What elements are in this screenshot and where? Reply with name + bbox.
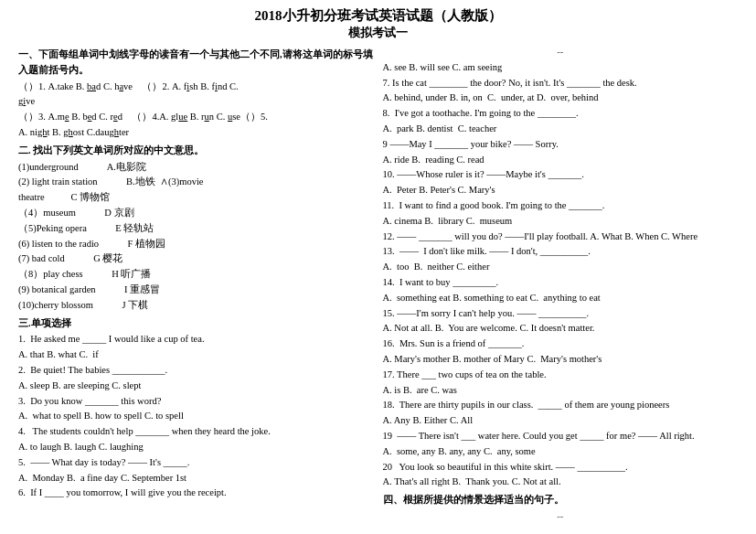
- r-11: 11. I want to find a good book. I'm goin…: [383, 198, 739, 214]
- main-content: 一、下面每组单词中划线字母的读音有一个与其他二个不同,请将这单词的标号填入题前括…: [18, 45, 738, 527]
- r-20: 20 You look so beautiful in this white s…: [383, 460, 739, 475]
- q3-2-opts: A. sleep B. are sleeping C. slept: [18, 379, 374, 394]
- r-10: 10. ——Whose ruler is it? ——Maybe it's __…: [383, 167, 739, 183]
- r-16-opts: A. Mary's mother B. mother of Mary C. Ma…: [383, 352, 739, 368]
- q3-2: 2. Be quiet! The babies ___________.: [18, 363, 374, 379]
- s2-9: (10)cherry blossom J 下棋: [18, 298, 374, 314]
- r-13-opts: A. too B. neither C. either: [383, 260, 739, 275]
- dash-bottom: --: [383, 509, 739, 525]
- q3-1-opts: A. that B. what C. if: [18, 347, 374, 363]
- r-9: 9 ——May I _______ your bike? —— Sorry.: [383, 137, 739, 153]
- r-19: 19 —— There isn't ___ water here. Could …: [383, 429, 739, 444]
- r-11-opts: A. cinema B. library C. museum: [383, 214, 739, 230]
- s2-6: (7) bad cold G 樱花: [18, 251, 374, 267]
- r-15: 15. ——I'm sorry I can't help you. —— ___…: [383, 306, 739, 322]
- right-column: -- A. see B. will see C. am seeing 7. Is…: [383, 45, 739, 527]
- section2-title: 二. 找出下列英文单词所对应的中文意思。: [18, 144, 374, 159]
- r-20-opts: A. That's all right B. Thank you. C. Not…: [383, 475, 739, 490]
- s2-1: (1)underground A.电影院: [18, 160, 374, 176]
- s2-7: （8）play chess H 听广播: [18, 267, 374, 283]
- q3-5-opts: A. Monday B. a fine day C. September 1st: [18, 471, 374, 486]
- r-12: 12. —— _______ will you do? ——I'll play …: [383, 230, 739, 245]
- title-line2: 模拟考试一: [18, 25, 738, 41]
- r-19-opts: A. some, any B. any, any C. any, some: [383, 444, 739, 460]
- header: 2018小升初分班考试英语试题（人教版） 模拟考试一: [18, 7, 738, 41]
- title-line1: 2018小升初分班考试英语试题（人教版）: [18, 7, 738, 25]
- q3-1: 1. He asked me _____ I would like a cup …: [18, 332, 374, 347]
- s2-5: (6) listen to the radio F 植物园: [18, 237, 374, 252]
- dash-top: --: [383, 45, 739, 60]
- r-9-opts: A. ride B. reading C. read: [383, 153, 739, 168]
- q3-4: 4. The students couldn't help _______ wh…: [18, 424, 374, 440]
- s2-8: (9) botanical garden I 重感冒: [18, 283, 374, 298]
- r-18-opts: A. Any B. Either C. All: [383, 413, 739, 429]
- r-17-opts: A. is B. are C. was: [383, 383, 739, 399]
- section4-title: 四、根据所提供的情景选择适当的句子。: [383, 493, 739, 508]
- r-16: 16. Mrs. Sun is a friend of _______.: [383, 336, 739, 352]
- q3-6: 6. If I ____ you tomorrow, I will give y…: [18, 486, 374, 501]
- r-7: 7. Is the cat ________ the door? No, it …: [383, 76, 739, 91]
- left-column: 一、下面每组单词中划线字母的读音有一个与其他二个不同,请将这单词的标号填入题前括…: [18, 45, 374, 527]
- section1-title: 一、下面每组单词中划线字母的读音有一个与其他二个不同,请将这单词的标号填入题前括…: [18, 48, 374, 79]
- s2-2b: theatre C 博物馆: [18, 190, 374, 206]
- r-8-opts: A. park B. dentist C. teacher: [383, 122, 739, 137]
- r-7-opts: A. behind, under B. in, on C. under, at …: [383, 91, 739, 106]
- q3-3-opts: A. what to spell B. how to spell C. to s…: [18, 409, 374, 424]
- r-13: 13. —— I don't like milk. —— I don't, __…: [383, 244, 739, 260]
- s2-3: （4）museum D 京剧: [18, 206, 374, 221]
- s2-4: （5)Peking opera E 轻轨站: [18, 221, 374, 237]
- q1: （）1. A.take B. bad C. have （）2. A. fish …: [18, 80, 374, 111]
- q3-5: 5. —— What day is today? —— It's _____.: [18, 455, 374, 471]
- page: 2018小升初分班考试英语试题（人教版） 模拟考试一 一、下面每组单词中划线字母…: [0, 0, 756, 534]
- q3-3: 3. Do you know _______ this word?: [18, 394, 374, 410]
- r-14-opts: A. something eat B. something to eat C. …: [383, 291, 739, 306]
- r-15-opts: A. Not at all. B. You are welcome. C. It…: [383, 321, 739, 336]
- r-10-opts: A. Peter B. Peter's C. Mary's: [383, 183, 739, 198]
- q5: A. night B. ghost C.daughter: [18, 125, 374, 141]
- q3: （）3. A.me B. bed C. red （）4.A. glue B. r…: [18, 110, 374, 125]
- r-17: 17. There ___ two cups of tea on the tab…: [383, 368, 739, 383]
- r-8: 8. I've got a toothache. I'm going to th…: [383, 106, 739, 122]
- r-6-opts: A. see B. will see C. am seeing: [383, 60, 739, 76]
- s2-2: (2) light train station B.地铁 ∧(3)movie: [18, 175, 374, 190]
- q3-4-opts: A. to laugh B. laugh C. laughing: [18, 440, 374, 455]
- r-14: 14. I want to buy _________.: [383, 275, 739, 291]
- r-18: 18. There are thirty pupils in our class…: [383, 398, 739, 413]
- section3-title: 三.单项选择: [18, 316, 374, 332]
